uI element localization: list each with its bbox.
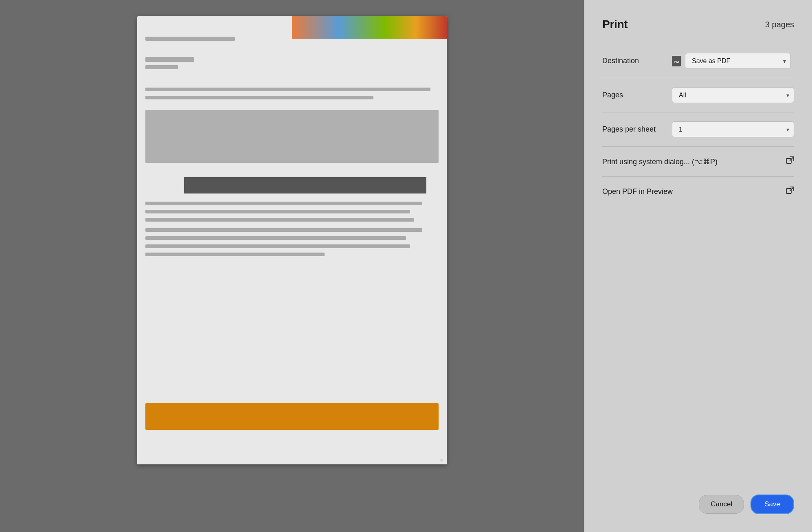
redacted-line	[145, 236, 406, 240]
redacted-line	[145, 253, 325, 256]
open-pdf-label: Open PDF in Preview	[602, 187, 673, 196]
print-panel: Print 3 pages Destination PDF Save as PD…	[584, 0, 812, 532]
svg-text:PDF: PDF	[674, 60, 679, 63]
save-button[interactable]: Save	[751, 495, 794, 514]
destination-select[interactable]: Save as PDF Microsoft Print to PDF	[685, 53, 791, 69]
destination-select-wrapper[interactable]: PDF Save as PDF Microsoft Print to PDF ▾	[672, 53, 794, 69]
destination-label: Destination	[602, 57, 639, 65]
redacted-line	[145, 218, 414, 222]
redacted-line	[145, 96, 373, 99]
watermark: ©	[440, 458, 443, 462]
pages-label: Pages	[602, 91, 623, 99]
redacted-line	[145, 202, 422, 205]
page-preview: ©	[137, 16, 447, 464]
redacted-line	[145, 88, 430, 91]
pages-row: Pages All Custom Odd pages only Even pag…	[602, 78, 794, 112]
pages-select[interactable]: All Custom Odd pages only Even pages onl…	[672, 87, 794, 103]
redacted-line	[145, 244, 410, 248]
open-pdf-external-icon	[786, 187, 794, 197]
panel-body: Destination PDF Save as PDF Microsoft Pr…	[584, 44, 812, 483]
pages-select-wrapper[interactable]: All Custom Odd pages only Even pages onl…	[672, 87, 794, 103]
system-dialog-external-icon	[786, 156, 794, 167]
system-dialog-row[interactable]: Print using system dialog... (⌥⌘P)	[602, 147, 794, 177]
pages-per-sheet-select[interactable]: 1 2 4 6 9 16	[672, 121, 794, 137]
redacted-line	[145, 37, 235, 41]
redacted-line	[145, 228, 422, 232]
cancel-button[interactable]: Cancel	[699, 495, 744, 514]
panel-title: Print	[602, 18, 628, 31]
svg-rect-4	[786, 189, 791, 193]
redacted-block	[145, 110, 439, 163]
panel-header: Print 3 pages	[584, 0, 812, 44]
page-count: 3 pages	[765, 20, 794, 29]
panel-footer: Cancel Save	[584, 483, 812, 532]
redacted-line	[145, 65, 178, 69]
preview-area: ©	[0, 0, 584, 532]
system-dialog-label: Print using system dialog... (⌥⌘P)	[602, 157, 718, 166]
preview-header-image	[292, 16, 447, 39]
highlight-bar	[184, 177, 426, 193]
pages-per-sheet-row: Pages per sheet 1 2 4 6 9 16 ▾	[602, 112, 794, 147]
redacted-line	[145, 57, 194, 62]
svg-rect-2	[786, 158, 791, 163]
pages-per-sheet-label: Pages per sheet	[602, 125, 656, 134]
pdf-icon: PDF	[672, 56, 681, 66]
pages-per-sheet-select-wrapper[interactable]: 1 2 4 6 9 16 ▾	[672, 121, 794, 137]
redacted-line	[145, 210, 410, 213]
preview-orange-bar	[145, 403, 439, 430]
open-pdf-row[interactable]: Open PDF in Preview	[602, 177, 794, 207]
destination-row: Destination PDF Save as PDF Microsoft Pr…	[602, 44, 794, 78]
